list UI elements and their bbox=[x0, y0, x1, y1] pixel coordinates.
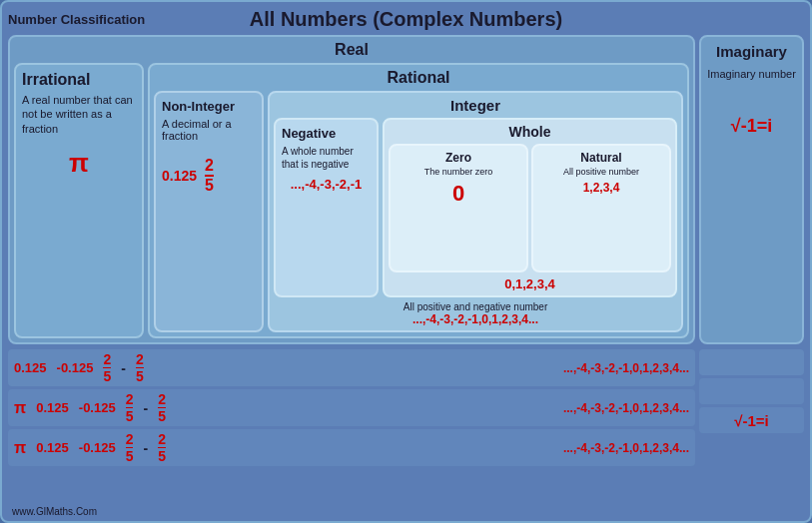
natural-title: Natural bbox=[580, 151, 621, 165]
irrational-box: Irrational A real number that can not be… bbox=[14, 63, 144, 338]
non-integer-fraction: 2 5 bbox=[205, 158, 214, 194]
row1-frac1: 25 bbox=[103, 352, 111, 383]
integer-bottom: All positive and negative number ...,-4,… bbox=[274, 301, 677, 326]
zero-box: Zero The number zero 0 bbox=[389, 144, 528, 272]
imaginary-title: Imaginary bbox=[716, 43, 787, 60]
imaginary-formula: √-1=i bbox=[731, 116, 772, 137]
rational-section: Rational Non-Integer A decimal or a frac… bbox=[148, 63, 689, 338]
natural-box: Natural All positive number 1,2,3,4 bbox=[531, 144, 671, 272]
real-section: Real Irrational A real number that can n… bbox=[8, 35, 695, 344]
negative-desc: A whole number that is negative bbox=[282, 145, 371, 171]
main-container: Number Classification All Numbers (Compl… bbox=[0, 0, 812, 523]
integer-bottom-examples: ...,-4,-3,-2,-1,0,1,2,3,4... bbox=[274, 312, 677, 326]
negative-title: Negative bbox=[282, 126, 371, 141]
row1-neg: - bbox=[121, 360, 126, 376]
negative-examples: ...,-4,-3,-2,-1 bbox=[282, 177, 371, 192]
rational-label: Rational bbox=[154, 69, 683, 87]
non-integer-box: Non-Integer A decimal or a fraction 0.12… bbox=[154, 91, 264, 332]
row3-neg: - bbox=[143, 440, 148, 456]
row1-col2: -0.125 bbox=[57, 360, 94, 375]
non-integer-desc: A decimal or a fraction bbox=[162, 118, 256, 142]
bottom-row-3: π 0.125 -0.125 25 - 25 ...,-4,-3,-2,-1,0… bbox=[8, 429, 695, 466]
integer-section: Integer Negative A whole number that is … bbox=[268, 91, 683, 332]
imaginary-desc: Imaginary number bbox=[707, 68, 796, 80]
whole-examples: 0,1,2,3,4 bbox=[389, 276, 671, 291]
row2-pi: π bbox=[14, 399, 26, 417]
row3-frac1: 25 bbox=[126, 432, 134, 463]
row2-col1: 0.125 bbox=[36, 400, 69, 415]
irrational-title: Irrational bbox=[22, 71, 136, 89]
row2-frac1: 25 bbox=[126, 392, 134, 423]
bottom-row-2: π 0.125 -0.125 25 - 25 ...,-4,-3,-2,-1,0… bbox=[8, 389, 695, 426]
row3-col1: 0.125 bbox=[36, 440, 69, 455]
row1-col1: 0.125 bbox=[14, 360, 47, 375]
irrational-symbol: π bbox=[22, 148, 136, 179]
natural-desc: All positive number bbox=[563, 167, 639, 177]
bottom-row-1: 0.125 -0.125 25 - 25 ...,-4,-3,-2,-1,0,1… bbox=[8, 349, 695, 386]
bottom-imaginary-formula: √-1=i bbox=[734, 412, 769, 429]
non-integer-example1: 0.125 bbox=[162, 168, 197, 184]
row3-range: ...,-4,-3,-2,-1,0,1,2,3,4... bbox=[563, 441, 689, 455]
row2-col2: -0.125 bbox=[79, 400, 116, 415]
non-integer-title: Non-Integer bbox=[162, 99, 256, 114]
negative-box: Negative A whole number that is negative… bbox=[274, 118, 379, 297]
row2-frac2: 25 bbox=[158, 392, 166, 423]
natural-value: 1,2,3,4 bbox=[583, 181, 620, 195]
row3-pi: π bbox=[14, 439, 26, 457]
row1-range: ...,-4,-3,-2,-1,0,1,2,3,4... bbox=[563, 361, 689, 375]
imaginary-section: Imaginary Imaginary number √-1=i bbox=[699, 35, 804, 344]
whole-label: Whole bbox=[389, 124, 671, 140]
integer-bottom-desc: All positive and negative number bbox=[274, 301, 677, 312]
bottom-rows: 0.125 -0.125 25 - 25 ...,-4,-3,-2,-1,0,1… bbox=[8, 349, 695, 466]
whole-section: Whole Zero The number zero 0 bbox=[383, 118, 677, 297]
website-label: www.GlMaths.Com bbox=[12, 506, 97, 517]
row3-col2: -0.125 bbox=[79, 440, 116, 455]
irrational-desc: A real number that can not be written as… bbox=[22, 93, 136, 136]
real-label: Real bbox=[14, 41, 689, 59]
row3-frac2: 25 bbox=[158, 432, 166, 463]
zero-desc: The number zero bbox=[424, 167, 493, 177]
window-title: Number Classification bbox=[8, 12, 145, 27]
row2-range: ...,-4,-3,-2,-1,0,1,2,3,4... bbox=[563, 401, 689, 415]
bottom-imaginary-col: √-1=i bbox=[699, 349, 804, 466]
zero-title: Zero bbox=[445, 151, 471, 165]
row2-neg: - bbox=[143, 400, 148, 416]
page-title: All Numbers (Complex Numbers) bbox=[250, 8, 562, 31]
row1-frac2: 25 bbox=[136, 352, 144, 383]
zero-value: 0 bbox=[452, 181, 464, 207]
integer-label: Integer bbox=[274, 97, 677, 114]
